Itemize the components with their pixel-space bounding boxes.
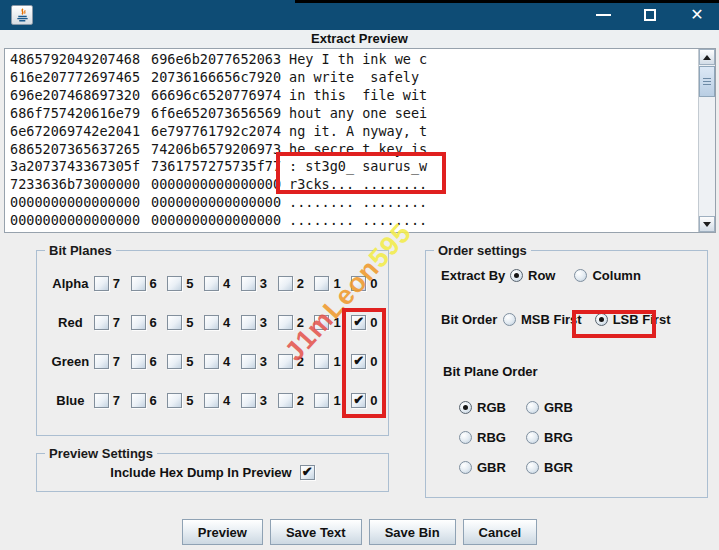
hex-dump-row: 4865792049207468696e6b2077652063Hey I th… [10, 51, 698, 69]
hex-column-1: 686f757420616e79 [10, 105, 151, 123]
hex-column-1: 7233636b73000000 [10, 176, 151, 194]
red-bit7-checkbox[interactable] [94, 315, 109, 330]
extract-by-row-radio[interactable] [510, 269, 523, 282]
bit-cell: 0 [351, 393, 388, 408]
bit-digit-label: 0 [370, 393, 377, 408]
bit-order-lsb-first-option: LSB First [595, 312, 671, 327]
extract-preview-window: ✕ Extract Preview 4865792049207468696e6b… [0, 0, 719, 550]
preview-button[interactable]: Preview [182, 519, 263, 545]
maximize-button[interactable] [642, 7, 658, 23]
extract-by-row-option: Row [510, 268, 555, 283]
red-bit2-checkbox[interactable] [278, 315, 293, 330]
include-hex-checkbox[interactable] [300, 465, 315, 480]
bit-plane-row-alpha: Alpha76543210 [37, 264, 388, 303]
hex-column-1: 0000000000000000 [10, 230, 151, 232]
blue-bit3-checkbox[interactable] [241, 393, 256, 408]
red-bit5-checkbox[interactable] [167, 315, 182, 330]
blue-bit1-checkbox[interactable] [314, 393, 329, 408]
bit-cell: 4 [204, 276, 241, 291]
bit-order-options: MSB FirstLSB First [503, 312, 670, 327]
alpha-bit2-checkbox[interactable] [278, 276, 293, 291]
green-bit5-checkbox[interactable] [167, 354, 182, 369]
blue-bit6-checkbox[interactable] [131, 393, 146, 408]
scrollbar-thumb[interactable] [699, 66, 715, 97]
green-bit7-checkbox[interactable] [94, 354, 109, 369]
bit-cell: 0 [351, 276, 388, 291]
green-bit2-checkbox[interactable] [278, 354, 293, 369]
bit-cell: 1 [314, 276, 351, 291]
red-bit4-checkbox[interactable] [204, 315, 219, 330]
bpo-grb-radio[interactable] [526, 401, 539, 414]
cancel-button[interactable]: Cancel [463, 519, 538, 545]
bit-plane-row-green: Green76543210 [37, 342, 388, 381]
bpo-brg-radio[interactable] [526, 431, 539, 444]
include-hex-label: Include Hex Dump In Preview [110, 465, 291, 480]
bit-digit-label: 5 [186, 354, 193, 369]
save-bin-button[interactable]: Save Bin [369, 519, 456, 545]
green-bit4-checkbox[interactable] [204, 354, 219, 369]
green-bit3-checkbox[interactable] [241, 354, 256, 369]
bit-digit-label: 6 [150, 276, 157, 291]
bit-cell: 5 [167, 276, 204, 291]
bpo-grb-option: GRB [526, 400, 593, 415]
close-button[interactable]: ✕ [689, 7, 705, 23]
bit-digit-label: 4 [223, 315, 230, 330]
bit-planes-group: Bit Planes Alpha76543210Red76543210Green… [36, 250, 389, 436]
bpo-bgr-radio[interactable] [526, 461, 539, 474]
bit-cell: 6 [131, 354, 168, 369]
bpo-rbg-radio[interactable] [459, 431, 472, 444]
alpha-bit0-checkbox[interactable] [351, 276, 366, 291]
hex-dump-textarea[interactable]: 4865792049207468696e6b2077652063Hey I th… [4, 48, 716, 233]
extract-by-column-radio[interactable] [574, 269, 587, 282]
scroll-down-button[interactable] [699, 216, 715, 232]
bit-cell: 1 [314, 315, 351, 330]
bit-digit-label: 7 [113, 393, 120, 408]
alpha-bit3-checkbox[interactable] [241, 276, 256, 291]
ascii-column: Hey I th ink we c [289, 51, 427, 69]
app-menu-button[interactable] [11, 5, 33, 25]
bit-digit-label: 6 [150, 315, 157, 330]
hex-column-1: 6e672069742e2041 [10, 123, 151, 141]
bit-digit-label: 2 [297, 276, 304, 291]
bpo-rgb-radio[interactable] [459, 401, 472, 414]
alpha-bit4-checkbox[interactable] [204, 276, 219, 291]
bpo-grid-row: GBRBGR [459, 452, 659, 482]
radio-label: BGR [544, 460, 573, 475]
minimize-icon [596, 14, 611, 16]
bit-order-lsb-first-radio[interactable] [595, 313, 608, 326]
bit-digit-label: 3 [260, 393, 267, 408]
hex-dump-row: 00000000000000000000000000000000........… [10, 212, 698, 230]
bit-cell: 7 [94, 315, 131, 330]
blue-bit4-checkbox[interactable] [204, 393, 219, 408]
bit-order-msb-first-radio[interactable] [503, 313, 516, 326]
alpha-bit7-checkbox[interactable] [94, 276, 109, 291]
green-bit6-checkbox[interactable] [131, 354, 146, 369]
blue-bit7-checkbox[interactable] [94, 393, 109, 408]
extract-by-row: Extract By RowColumn [441, 268, 641, 283]
minimize-button[interactable] [595, 7, 611, 23]
red-bit0-checkbox[interactable] [351, 315, 366, 330]
vertical-scrollbar[interactable] [698, 49, 715, 232]
ascii-column: in this file wit [289, 87, 427, 105]
green-bit1-checkbox[interactable] [314, 354, 329, 369]
bit-cell: 6 [131, 393, 168, 408]
hex-column-2: 0000000000000000 [151, 230, 289, 232]
alpha-bit5-checkbox[interactable] [167, 276, 182, 291]
blue-bit5-checkbox[interactable] [167, 393, 182, 408]
blue-bit2-checkbox[interactable] [278, 393, 293, 408]
bit-cell: 6 [131, 276, 168, 291]
blue-bit0-checkbox[interactable] [351, 393, 366, 408]
bpo-gbr-radio[interactable] [459, 461, 472, 474]
scroll-up-button[interactable] [699, 49, 715, 65]
alpha-bit6-checkbox[interactable] [131, 276, 146, 291]
red-bit1-checkbox[interactable] [314, 315, 329, 330]
red-bit6-checkbox[interactable] [131, 315, 146, 330]
alpha-bit1-checkbox[interactable] [314, 276, 329, 291]
bit-cell: 4 [204, 354, 241, 369]
java-coffee-icon [15, 8, 30, 23]
channel-label: Alpha [47, 276, 94, 291]
extract-by-column-option: Column [574, 268, 640, 283]
red-bit3-checkbox[interactable] [241, 315, 256, 330]
save-text-button[interactable]: Save Text [270, 519, 362, 545]
green-bit0-checkbox[interactable] [351, 354, 366, 369]
